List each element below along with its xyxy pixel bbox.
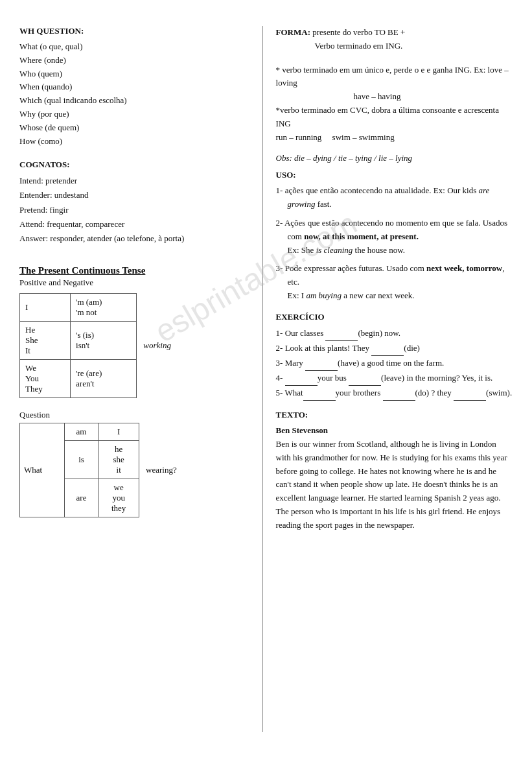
subject-he-she-it: HeSheIt [20, 321, 71, 359]
texto-section: TEXTO: Ben Stevenson Ben is our winner f… [276, 410, 513, 532]
q-i: I [98, 423, 139, 440]
cognatos-section: COGNATOS: Intend: pretender Entender: un… [19, 160, 249, 245]
wh-item-4: When (quando) [19, 80, 249, 94]
cognato-4: Attend: frequentar, comparecer [19, 217, 249, 231]
subject-we-you-they: WeYouThey [20, 359, 71, 397]
cognatos-title: COGNATOS: [19, 160, 249, 170]
page: eslprintable.com WH QUESTION: What (o qu… [0, 0, 532, 758]
wearing-cell: wearing? [139, 423, 207, 517]
uso-bold-2: now, at this moment, at present. [304, 231, 419, 241]
q-he-she-it: hesheit [98, 440, 139, 479]
wh-item-6: Why (por que) [19, 108, 249, 121]
exercicio-item-3: 3- Mary (have) a good time on the farm. [276, 356, 513, 371]
texto-body: Ben is our winner from Scotland, althoug… [276, 438, 513, 532]
cognato-3: Pretend: fingir [19, 203, 249, 217]
aux-am: 'm (am)'m not [71, 293, 137, 321]
texto-name: Ben Stevenson [276, 425, 329, 435]
wh-item-8: How (como) [19, 135, 249, 148]
left-column: WH QUESTION: What (o que, qual) Where (o… [19, 26, 263, 732]
uso-list: 1- ações que então acontecendo na atuali… [276, 184, 513, 302]
q-we-you-they: weyouthey [98, 479, 139, 517]
uso-section: USO: 1- ações que então acontecendo na a… [276, 170, 513, 302]
q-am: am [64, 423, 98, 440]
cognato-2: Entender: undestand [19, 188, 249, 202]
pct-title: The Present Continuous Tense [19, 265, 249, 276]
exercicio-list: 1- Our classes (begin) now. 2- Look at t… [276, 326, 513, 401]
subject-i: I [20, 293, 71, 321]
table-row: I 'm (am)'m not working [20, 293, 208, 321]
blank-5b [383, 386, 415, 401]
texto-title: TEXTO: [276, 410, 513, 420]
forma-title: FORMA: [276, 27, 310, 37]
uso-item-1: 1- ações que então acontecendo na atuali… [276, 184, 513, 211]
exercicio-title: EXERCÍCIO [276, 312, 513, 322]
uso-item-2: 2- Ações que estão acontecendo no moment… [276, 217, 513, 257]
uso-italic-1: are growing [288, 185, 490, 209]
forma-note3: *verbo terminado em CVC, dobra a última … [276, 104, 513, 131]
question-table: What am I wearing? is hesheit are weyout… [19, 423, 207, 517]
exercicio-item-1: 1- Our classes (begin) now. [276, 326, 513, 341]
forma-note1: * verbo terminado em um único e, perde o… [276, 64, 513, 91]
wh-list: What (o que, qual) Where (onde) Who (que… [19, 40, 249, 148]
blank-4a [285, 371, 318, 386]
uso-bold-3: next week, tomorrow [426, 263, 502, 273]
wh-title: WH QUESTION: [19, 26, 249, 36]
wh-item-3: Who (quem) [19, 67, 249, 81]
forma-note2: have – having [276, 90, 513, 104]
right-column: FORMA: presente do verbo TO BE + Verbo t… [263, 26, 513, 732]
pct-section: The Present Continuous Tense Positive an… [19, 265, 249, 517]
forma-text1: presente do verbo TO BE + [312, 27, 405, 37]
forma-line2: Verbo terminado em ING. [276, 40, 513, 53]
forma-note4: run – running swim – swimming [276, 131, 513, 145]
question-label: Question [19, 410, 249, 420]
forma-section: FORMA: presente do verbo TO BE + Verbo t… [276, 26, 513, 144]
cognato-1: Intend: pretender [19, 174, 249, 188]
blank-4b [349, 371, 381, 386]
aux-are: 're (are)aren't [71, 359, 137, 397]
uso-italic-2: is cleaning [316, 245, 353, 255]
conjugation-table: I 'm (am)'m not working HeSheIt 's (is)i… [19, 293, 207, 398]
exercicio-section: EXERCÍCIO 1- Our classes (begin) now. 2-… [276, 312, 513, 401]
uso-italic-3: am buying [306, 290, 341, 300]
exercicio-item-2: 2- Look at this plants! They (die) [276, 341, 513, 356]
uso-item-3: 3- Pode expressar ações futuras. Usado c… [276, 262, 513, 302]
blank-3 [305, 356, 338, 371]
q-row-1: What am I wearing? [20, 423, 208, 440]
uso-title: USO: [276, 170, 513, 180]
cognato-5: Answer: responder, atender (ao telefone,… [19, 231, 249, 246]
aux-is: 's (is)isn't [71, 321, 137, 359]
blank-1 [325, 326, 358, 341]
blank-2 [371, 341, 404, 356]
what-cell: What [20, 423, 65, 517]
wh-section: WH QUESTION: What (o que, qual) Where (o… [19, 26, 249, 148]
exercicio-item-4: 4- your bus (leave) in the morning? Yes,… [276, 371, 513, 386]
q-are: are [64, 479, 98, 517]
wh-item-1: What (o que, qual) [19, 40, 249, 54]
exercicio-item-5: 5- What your brothers (do) ? they (swim)… [276, 386, 513, 401]
working-label: working [137, 293, 207, 397]
q-is: is [64, 440, 98, 479]
blank-5c [454, 386, 486, 401]
wh-item-2: Where (onde) [19, 54, 249, 67]
wh-item-7: Whose (de quem) [19, 121, 249, 135]
forma-line1: FORMA: presente do verbo TO BE + [276, 26, 513, 40]
wh-item-5: Which (qual indicando escolha) [19, 94, 249, 108]
obs-line: Obs: die – dying / tie – tying / lie – l… [276, 153, 513, 163]
pct-subtitle: Positive and Negative [19, 278, 249, 288]
blank-5a [303, 386, 336, 401]
